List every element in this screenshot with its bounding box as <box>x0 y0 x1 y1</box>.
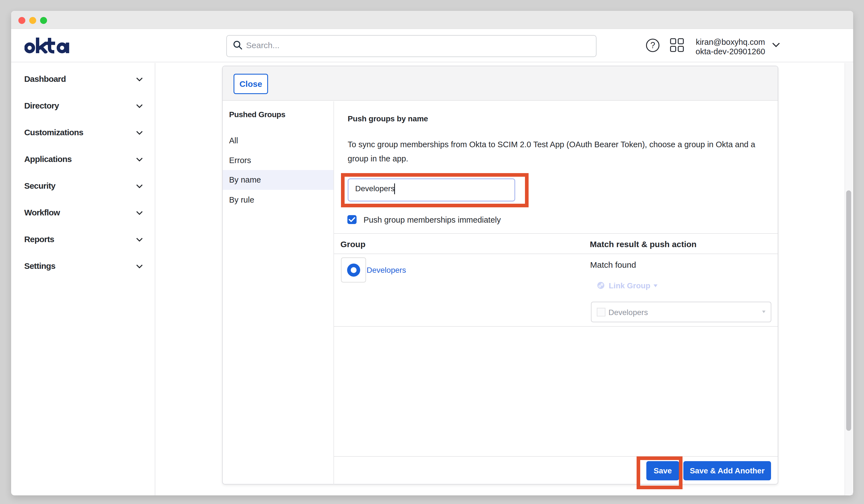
svg-text:?: ? <box>650 40 655 50</box>
